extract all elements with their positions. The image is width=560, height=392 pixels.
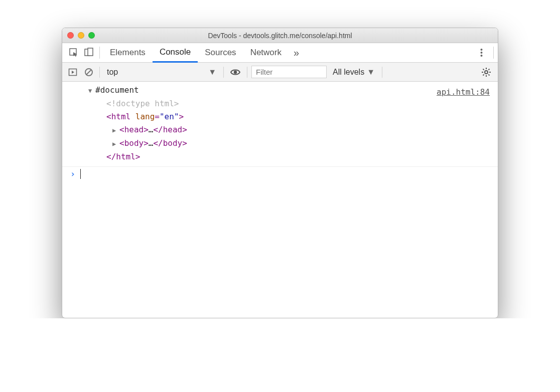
svg-line-16: [488, 74, 489, 75]
console-prompt[interactable]: ›: [62, 167, 498, 181]
devtools-window: DevTools - devtools.glitch.me/console/ap…: [62, 28, 498, 318]
ellipsis: …: [149, 125, 154, 134]
doctype-node: <!doctype html>: [97, 97, 492, 110]
tag-name: body: [163, 138, 183, 148]
disclosure-triangle-icon[interactable]: [112, 124, 119, 137]
toggle-sidebar-icon[interactable]: [66, 63, 79, 81]
console-output: api.html:84 #document <!doctype html> <h…: [62, 82, 498, 318]
divider: [223, 67, 224, 78]
titlebar: DevTools - devtools.glitch.me/console/ap…: [62, 28, 498, 43]
tag-name: html: [116, 152, 135, 161]
chevron-down-icon: ▼: [367, 68, 375, 77]
tag-name: body: [124, 138, 144, 148]
console-toolbar: top ▼ All levels ▼: [62, 63, 498, 82]
divider: [382, 67, 382, 78]
tag-name: head: [124, 125, 144, 134]
tag-name: head: [163, 125, 183, 134]
context-selector[interactable]: top ▼: [104, 68, 219, 77]
text-cursor: [80, 169, 81, 179]
tab-network[interactable]: Network: [243, 43, 289, 62]
log-entry: api.html:84 #document <!doctype html> <h…: [62, 82, 498, 167]
levels-label: All levels: [333, 68, 364, 77]
minimize-button[interactable]: [78, 32, 84, 39]
attr-value: "en": [160, 112, 179, 121]
close-button[interactable]: [67, 32, 74, 39]
svg-point-10: [485, 71, 488, 74]
attr-name: lang: [135, 112, 155, 121]
svg-line-8: [86, 70, 91, 75]
svg-line-18: [488, 69, 489, 70]
tab-elements[interactable]: Elements: [103, 43, 153, 62]
divider: [493, 47, 494, 59]
svg-line-15: [483, 69, 484, 70]
document-label: #document: [95, 85, 139, 95]
kebab-menu-icon[interactable]: [472, 43, 490, 62]
prompt-chevron-icon: ›: [70, 169, 75, 179]
context-label: top: [107, 68, 118, 77]
body-node[interactable]: <body>…</body>: [112, 137, 492, 150]
zoom-button[interactable]: [88, 32, 95, 39]
eye-icon[interactable]: [228, 63, 243, 81]
gear-icon[interactable]: [479, 63, 494, 81]
clear-console-icon[interactable]: [82, 63, 95, 81]
svg-point-3: [480, 49, 482, 51]
traffic-lights: [67, 32, 95, 39]
tab-console-label: Console: [160, 47, 191, 57]
divider: [99, 47, 100, 59]
tab-elements-label: Elements: [110, 48, 146, 58]
svg-point-9: [234, 70, 237, 73]
doctype-text: <!doctype html>: [106, 99, 179, 108]
disclosure-triangle-icon[interactable]: [88, 84, 95, 97]
log-levels-selector[interactable]: All levels ▼: [330, 68, 378, 77]
svg-point-4: [480, 52, 482, 54]
divider: [99, 67, 100, 78]
tabs-row: Elements Console Sources Network »: [62, 43, 498, 63]
svg-rect-2: [88, 48, 93, 56]
tab-sources-label: Sources: [205, 48, 236, 58]
more-tabs-button[interactable]: »: [289, 47, 304, 59]
tag-name: html: [111, 112, 131, 121]
tab-sources[interactable]: Sources: [198, 43, 243, 62]
html-open-tag[interactable]: <html lang="en">: [106, 110, 492, 123]
divider: [247, 67, 247, 78]
tab-network-label: Network: [250, 48, 282, 58]
svg-line-17: [483, 74, 484, 75]
html-close-tag: </html>: [106, 150, 492, 163]
device-toggle-icon[interactable]: [81, 43, 96, 62]
inspect-element-icon[interactable]: [66, 43, 81, 62]
head-node[interactable]: <head>…</head>: [112, 123, 492, 137]
svg-point-5: [480, 55, 482, 57]
source-link[interactable]: api.html:84: [437, 86, 490, 99]
window-title: DevTools - devtools.glitch.me/console/ap…: [62, 32, 498, 40]
disclosure-triangle-icon[interactable]: [112, 137, 119, 150]
dom-node-document[interactable]: #document: [88, 84, 492, 97]
chevron-down-icon: ▼: [208, 68, 216, 77]
tab-console[interactable]: Console: [153, 44, 198, 63]
filter-input[interactable]: [251, 66, 327, 78]
ellipsis: …: [149, 138, 154, 148]
